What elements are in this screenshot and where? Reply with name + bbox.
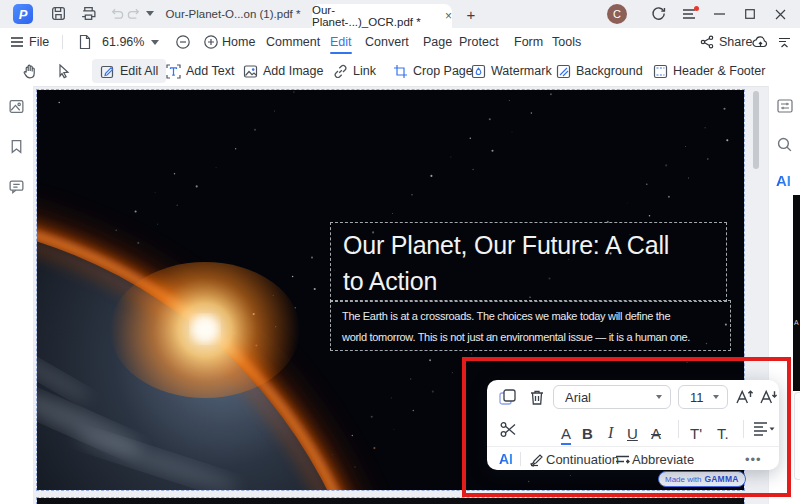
add-image-button[interactable]: Add Image bbox=[243, 56, 323, 86]
bookmark-panel-icon[interactable] bbox=[8, 138, 25, 155]
add-image-label: Add Image bbox=[263, 64, 323, 78]
pdfelement-window: P Our-Planet-O...on (1).pdf * Our-Planet… bbox=[0, 0, 800, 504]
undo-icon bbox=[109, 6, 124, 21]
print-icon[interactable] bbox=[80, 5, 97, 22]
collapse-toolbar-icon[interactable] bbox=[778, 28, 791, 56]
properties-panel-icon[interactable] bbox=[776, 98, 794, 114]
maximize-button[interactable] bbox=[737, 0, 763, 28]
vertical-scrollbar[interactable] bbox=[753, 91, 759, 169]
thumbnail-panel-icon[interactable] bbox=[8, 98, 25, 115]
slide-title-line: to Action bbox=[343, 263, 726, 299]
edit-all-button[interactable]: Edit All bbox=[92, 59, 166, 83]
select-tool-icon[interactable] bbox=[56, 56, 71, 86]
close-button[interactable] bbox=[767, 0, 793, 28]
menu-tab-page[interactable]: Page bbox=[423, 28, 452, 56]
background-label: Background bbox=[576, 64, 643, 78]
zoom-in-icon[interactable] bbox=[203, 28, 219, 56]
link-label: Link bbox=[353, 64, 376, 78]
avatar[interactable]: C bbox=[607, 4, 627, 24]
menu-tab-convert[interactable]: Convert bbox=[365, 28, 409, 56]
document-tab[interactable]: Our-Planet-O...on (1).pdf * bbox=[158, 0, 308, 28]
file-menu-label: File bbox=[29, 35, 49, 49]
menu-tab-protect[interactable]: Protect bbox=[459, 28, 499, 56]
watermark-label: Watermark bbox=[491, 64, 552, 78]
file-menu[interactable]: File bbox=[11, 28, 49, 56]
crop-page-label: Crop Page bbox=[413, 64, 473, 78]
cloud-icon[interactable] bbox=[752, 28, 769, 56]
menu-tab-home[interactable]: Home bbox=[222, 28, 255, 56]
header-footer-button[interactable]: Header & Footer bbox=[653, 56, 765, 86]
next-page-edge bbox=[37, 498, 744, 504]
link-button[interactable]: Link bbox=[333, 56, 376, 86]
app-logo-icon[interactable]: P bbox=[13, 4, 33, 24]
zoom-caret-icon[interactable] bbox=[151, 29, 159, 57]
tab-label: Our-Planet-O...on (1).pdf * bbox=[166, 8, 301, 20]
share-label: Share bbox=[719, 35, 752, 49]
titlebar: P Our-Planet-O...on (1).pdf * Our-Planet… bbox=[0, 0, 800, 28]
slide-body-textbox[interactable]: The Earth is at a crossroads. The choice… bbox=[330, 300, 731, 351]
divider bbox=[62, 35, 63, 49]
chevron-down-icon[interactable] bbox=[146, 11, 154, 17]
document-tab-active[interactable]: Our-Planet-...)_OCR.pdf * × bbox=[312, 4, 452, 28]
crop-page-button[interactable]: Crop Page bbox=[393, 56, 473, 86]
background-button[interactable]: Background bbox=[556, 56, 643, 86]
new-tab-button[interactable]: + bbox=[458, 0, 484, 28]
slide-title-line: Our Planet, Our Future: A Call bbox=[343, 227, 726, 263]
left-sidebar bbox=[0, 86, 34, 504]
background-window-sliver: A bbox=[793, 195, 800, 391]
tab-close-icon[interactable]: × bbox=[445, 9, 452, 23]
annotation-red-rectangle bbox=[462, 357, 791, 497]
add-text-label: Add Text bbox=[186, 64, 234, 78]
minimize-button[interactable] bbox=[706, 0, 732, 28]
zoom-out-icon[interactable] bbox=[175, 28, 191, 56]
search-icon[interactable] bbox=[776, 136, 793, 153]
page-view-icon[interactable] bbox=[78, 28, 92, 56]
menu-tab-edit[interactable]: Edit bbox=[330, 28, 352, 56]
slide-body-line: The Earth is at a crossroads. The choice… bbox=[342, 306, 730, 327]
menubar: File 61.96% Home Comment Edit Convert Pa… bbox=[0, 28, 800, 57]
save-icon[interactable] bbox=[50, 5, 67, 22]
slide-body-line: world tomorrow. This is not just an envi… bbox=[342, 327, 730, 348]
background-window-panel bbox=[794, 392, 800, 480]
edit-toolbar: Edit All Add Text Add Image Link bbox=[0, 56, 800, 87]
zoom-level[interactable]: 61.96% bbox=[102, 28, 144, 56]
sync-icon[interactable] bbox=[650, 5, 667, 22]
menu-tab-comment[interactable]: Comment bbox=[266, 28, 320, 56]
slide-title-textbox[interactable]: Our Planet, Our Future: A Call to Action bbox=[330, 222, 727, 302]
watermark-button[interactable]: Watermark bbox=[471, 56, 552, 86]
ai-panel-button[interactable]: AI bbox=[776, 172, 791, 189]
header-footer-label: Header & Footer bbox=[673, 64, 765, 78]
comment-panel-icon[interactable] bbox=[8, 178, 25, 195]
hand-tool-icon[interactable] bbox=[22, 56, 38, 86]
tab-label: Our-Planet-...)_OCR.pdf * bbox=[312, 4, 435, 28]
edit-all-label: Edit All bbox=[120, 64, 158, 78]
share-button[interactable]: Share bbox=[700, 28, 752, 56]
add-text-button[interactable]: Add Text bbox=[166, 56, 234, 86]
notification-dot bbox=[694, 6, 699, 11]
redo-icon bbox=[127, 6, 142, 21]
menu-tab-tools[interactable]: Tools bbox=[552, 28, 581, 56]
menu-tab-form[interactable]: Form bbox=[514, 28, 543, 56]
